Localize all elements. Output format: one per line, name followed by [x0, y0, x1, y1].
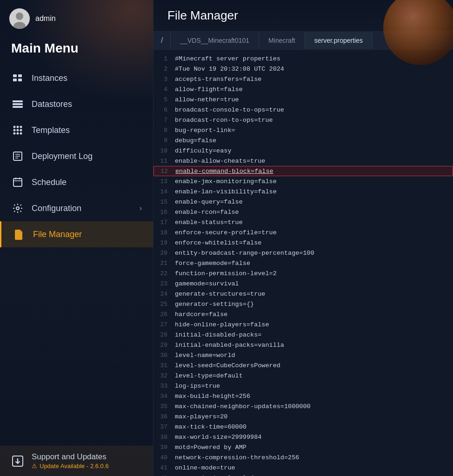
table-row[interactable]: 9debug=false — [153, 135, 453, 145]
table-row[interactable]: 12enable-command-block=false — [153, 166, 453, 176]
table-row[interactable]: 37max-tick-time=60000 — [153, 422, 453, 432]
table-row[interactable]: 10difficulty=easy — [153, 145, 453, 156]
line-number: 40 — [153, 454, 173, 461]
line-content: enable-rcon=false — [173, 209, 239, 216]
svg-point-1 — [16, 13, 23, 20]
line-content: enable-command-block=false — [173, 168, 273, 175]
line-number: 10 — [153, 147, 173, 154]
sidebar-item-configuration[interactable]: Configuration › — [0, 195, 153, 221]
line-content: allow-flight=false — [173, 86, 243, 93]
table-row[interactable]: 36max-players=20 — [153, 411, 453, 422]
deployment-log-icon — [11, 150, 24, 163]
sidebar-item-instances[interactable]: Instances — [0, 65, 153, 91]
line-number: 33 — [153, 383, 173, 390]
table-row[interactable]: 14enable-lan-visibility=false — [153, 186, 453, 197]
schedule-label: Schedule — [32, 178, 142, 187]
table-row[interactable]: 4allow-flight=false — [153, 84, 453, 94]
svg-rect-23 — [13, 178, 22, 186]
table-row[interactable]: 15enable-query=false — [153, 197, 453, 207]
line-number: 3 — [153, 76, 173, 83]
sidebar-item-file-manager[interactable]: File Manager — [0, 221, 153, 247]
table-row[interactable]: 3accepts-transfers=false — [153, 74, 453, 84]
table-row[interactable]: 30level-name=world — [153, 350, 453, 360]
line-number: 38 — [153, 434, 173, 441]
table-row[interactable]: 13enable-jmx-monitoring=false — [153, 176, 453, 186]
table-row[interactable]: 29initial-enabled-packs=vanilla — [153, 340, 453, 350]
table-row[interactable]: 23gamemode=survival — [153, 278, 453, 289]
table-row[interactable]: 17enable-status=true — [153, 217, 453, 227]
table-row[interactable]: 25generator-settings={} — [153, 299, 453, 309]
table-row[interactable]: 7broadcast-rcon-to-ops=true — [153, 115, 453, 125]
line-number: 22 — [153, 270, 173, 277]
line-number: 13 — [153, 178, 173, 185]
table-row[interactable]: 20entity-broadcast-range-percentage=100 — [153, 248, 453, 258]
svg-rect-8 — [13, 103, 23, 105]
line-number: 20 — [153, 250, 173, 257]
table-row[interactable]: 31level-seed=CubeCodersPowered — [153, 360, 453, 370]
sidebar-header: admin — [0, 0, 153, 33]
table-row[interactable]: 19enforce-whitelist=false — [153, 238, 453, 248]
line-number: 27 — [153, 321, 173, 328]
line-content: level-type=default — [173, 372, 243, 379]
line-content: max-players=20 — [173, 413, 227, 420]
table-row[interactable]: 8bug-report-link= — [153, 125, 453, 135]
main-menu-title: Main Menu — [0, 33, 153, 65]
sidebar-item-support-updates[interactable]: Support and Updates ⚠ Update Available -… — [0, 446, 153, 476]
line-number: 1 — [153, 55, 173, 62]
table-row[interactable]: 42op-permission-level=4 — [153, 473, 453, 476]
table-row[interactable]: 6broadcast-console-to-ops=true — [153, 105, 453, 115]
table-row[interactable]: 5allow-nether=true — [153, 94, 453, 105]
line-content: enable-query=false — [173, 198, 243, 205]
instances-label: Instances — [32, 73, 142, 83]
table-row[interactable]: 24generate-structures=true — [153, 289, 453, 299]
breadcrumb-vds[interactable]: __VDS__Minecraft0101 — [171, 32, 259, 49]
breadcrumb-root[interactable]: / — [153, 32, 171, 49]
line-content: enable-allow-cheats=true — [173, 158, 265, 165]
table-row[interactable]: 33log-ips=true — [153, 381, 453, 391]
table-row[interactable]: 39motd=Powered by AMP — [153, 442, 453, 452]
line-content: allow-nether=true — [173, 96, 239, 103]
line-content: force-gamemode=false — [173, 260, 250, 267]
table-row[interactable]: 22function-permission-level=2 — [153, 268, 453, 278]
line-content: broadcast-console-to-ops=true — [173, 106, 284, 113]
line-content: max-tick-time=60000 — [173, 423, 246, 430]
line-number: 28 — [153, 331, 173, 338]
table-row[interactable]: 28initial-disabled-packs= — [153, 330, 453, 340]
sidebar-item-schedule[interactable]: Schedule — [0, 169, 153, 195]
table-row[interactable]: 35max-chained-neighbor-updates=1000000 — [153, 401, 453, 411]
table-row[interactable]: 27hide-online-players=false — [153, 319, 453, 330]
table-row[interactable]: 16enable-rcon=false — [153, 207, 453, 217]
line-number: 14 — [153, 188, 173, 195]
support-subtitle: ⚠ Update Available - 2.6.0.6 — [32, 463, 109, 469]
sidebar-item-datastores[interactable]: Datastores — [0, 91, 153, 117]
sidebar-item-deployment-log[interactable]: Deployment Log — [0, 143, 153, 169]
line-content: max-world-size=29999984 — [173, 434, 261, 441]
breadcrumb-minecraft[interactable]: Minecraft — [259, 32, 305, 49]
templates-icon — [11, 124, 24, 137]
table-row[interactable]: 11enable-allow-cheats=true — [153, 156, 453, 166]
line-content: initial-disabled-packs= — [173, 331, 261, 338]
sidebar: admin Main Menu Instances — [0, 0, 153, 476]
table-row[interactable]: 21force-gamemode=false — [153, 258, 453, 268]
table-row[interactable]: 40network-compression-threshold=256 — [153, 452, 453, 463]
table-row[interactable]: 34max-build-height=256 — [153, 391, 453, 401]
line-content: debug=false — [173, 137, 216, 144]
table-row[interactable]: 2#Tue Nov 19 20:32:08 UTC 2024 — [153, 64, 453, 74]
table-row[interactable]: 41online-mode=true — [153, 463, 453, 473]
line-content: level-name=world — [173, 352, 235, 359]
configuration-label: Configuration — [32, 204, 140, 213]
table-row[interactable]: 32level-type=default — [153, 370, 453, 381]
table-row[interactable]: 18enforce-secure-profile=true — [153, 227, 453, 238]
datastores-label: Datastores — [32, 99, 142, 109]
svg-point-15 — [20, 129, 22, 132]
file-content[interactable]: 1#Minecraft server properties2#Tue Nov 1… — [153, 50, 453, 476]
line-number: 12 — [154, 168, 173, 175]
breadcrumb-server-properties[interactable]: server.properties — [305, 32, 373, 49]
line-content: function-permission-level=2 — [173, 270, 277, 277]
line-content: hardcore=false — [173, 311, 227, 318]
table-row[interactable]: 1#Minecraft server properties — [153, 53, 453, 64]
table-row[interactable]: 26hardcore=false — [153, 309, 453, 319]
sidebar-item-templates[interactable]: Templates — [0, 117, 153, 143]
svg-point-13 — [13, 129, 16, 132]
table-row[interactable]: 38max-world-size=29999984 — [153, 432, 453, 442]
